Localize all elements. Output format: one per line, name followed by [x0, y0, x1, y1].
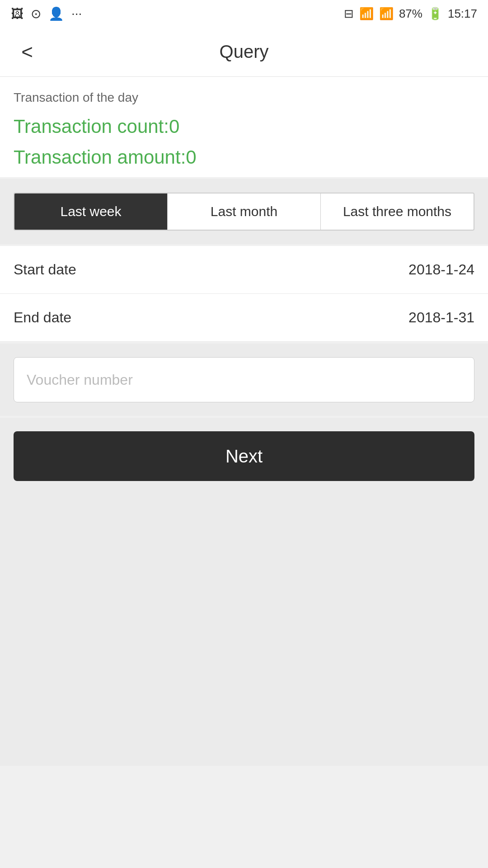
date-section: Start date 2018-1-24 End date 2018-1-31	[0, 246, 488, 342]
end-date-value: 2018-1-31	[408, 309, 474, 326]
start-date-value: 2018-1-24	[408, 261, 474, 278]
start-date-label: Start date	[14, 261, 76, 278]
transaction-count-label: Transaction count:	[14, 116, 169, 137]
period-tabs: Last week Last month Last three months	[14, 193, 474, 231]
next-button[interactable]: Next	[14, 431, 474, 481]
signal-icon: 📶	[379, 7, 394, 21]
image-icon: 🖼	[11, 6, 23, 21]
transaction-count: Transaction count:0	[14, 116, 474, 137]
status-bar: 🖼 ⊙ 👤 ··· ⊟ 📶 📶 87% 🔋 15:17	[0, 0, 488, 27]
bottom-area	[0, 495, 488, 766]
tab-last-week[interactable]: Last week	[14, 193, 167, 230]
back-button[interactable]: <	[14, 38, 41, 66]
battery-label: 87%	[399, 7, 422, 21]
voucher-section	[0, 344, 488, 416]
nfc-icon: ⊟	[344, 7, 354, 21]
end-date-label: End date	[14, 309, 71, 326]
user-icon: 👤	[48, 6, 64, 21]
start-date-row[interactable]: Start date 2018-1-24	[0, 246, 488, 294]
transaction-count-value: 0	[169, 116, 179, 137]
transaction-amount: Transaction amount:0	[14, 146, 474, 168]
transaction-section: Transaction of the day Transaction count…	[0, 77, 488, 177]
page-title: Query	[220, 42, 269, 62]
wifi-icon: 📶	[359, 7, 374, 21]
next-section: Next	[0, 418, 488, 495]
transaction-amount-label: Transaction amount:	[14, 146, 186, 168]
more-icon: ···	[71, 6, 82, 21]
status-left-icons: 🖼 ⊙ 👤 ···	[11, 6, 82, 21]
status-right-info: ⊟ 📶 📶 87% 🔋 15:17	[344, 7, 477, 21]
transaction-amount-value: 0	[186, 146, 196, 168]
app-header: < Query	[0, 27, 488, 77]
clock-icon: ⊙	[31, 6, 41, 21]
filter-section: Last week Last month Last three months	[0, 179, 488, 244]
back-arrow-icon: <	[21, 41, 33, 63]
battery-icon: 🔋	[428, 7, 442, 21]
end-date-row[interactable]: End date 2018-1-31	[0, 294, 488, 342]
tab-last-month[interactable]: Last month	[167, 193, 320, 230]
voucher-number-input[interactable]	[14, 357, 474, 402]
transaction-day-label: Transaction of the day	[14, 90, 474, 105]
time-display: 15:17	[448, 7, 477, 21]
tab-last-three-months[interactable]: Last three months	[320, 193, 474, 230]
